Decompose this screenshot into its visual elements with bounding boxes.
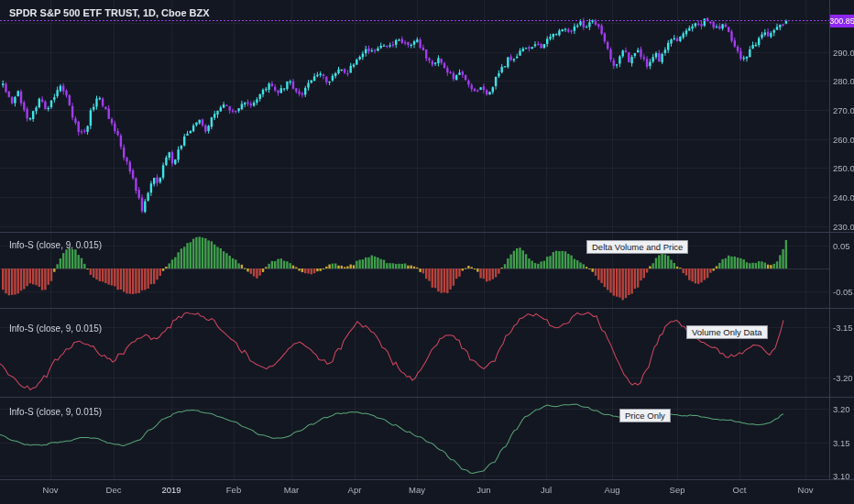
price-axis-tick: 280.00 <box>833 76 854 86</box>
time-axis-tick: Feb <box>226 485 241 495</box>
tag-volume-only-data[interactable]: Volume Only Data <box>686 325 768 339</box>
time-axis-tick: Aug <box>605 485 620 495</box>
time-axis-tick: Nov <box>43 485 59 495</box>
time-axis-tick: Sep <box>670 485 685 495</box>
price-axis-tick: 240.00 <box>833 192 854 203</box>
indicator-axis-tick: -0.05 <box>833 287 853 297</box>
time-axis-tick: 2019 <box>161 485 181 495</box>
time-axis-tick: May <box>409 485 425 495</box>
indicator-label-volume[interactable]: Info-S (close, 9, 0.015) <box>9 323 102 334</box>
time-axis-tick: Jul <box>541 485 552 495</box>
indicator-label-price[interactable]: Info-S (close, 9, 0.015) <box>9 407 102 417</box>
indicator-axis-tick: 0.05 <box>833 241 850 251</box>
chart-canvas[interactable] <box>0 0 854 504</box>
price-axis-tick: 270.00 <box>833 105 854 115</box>
indicator-axis-tick: -3.15 <box>833 323 853 333</box>
time-scale[interactable] <box>0 479 854 504</box>
time-axis-tick: Dec <box>106 485 122 495</box>
indicator-axis-tick: -3.20 <box>833 373 853 383</box>
price-axis-tick: 260.00 <box>833 135 854 145</box>
time-axis-tick: Nov <box>798 485 814 495</box>
chart-window: SPDR S&P 500 ETF TRUST, 1D, Cboe BZX Inf… <box>0 0 854 504</box>
time-axis-tick: Apr <box>348 485 362 495</box>
tag-price-only[interactable]: Price Only <box>619 409 671 422</box>
last-price-badge: 300.85 <box>830 15 854 27</box>
indicator-label-delta[interactable]: Info-S (close, 9, 0.015) <box>9 240 102 250</box>
tag-delta-volume-and-price[interactable]: Delta Volume and Price <box>586 240 688 254</box>
indicator-axis-tick: 3.10 <box>833 471 850 481</box>
time-axis-tick: Oct <box>733 485 747 495</box>
price-axis-tick: 250.00 <box>833 163 854 173</box>
time-axis-tick: Mar <box>284 485 299 495</box>
indicator-axis-tick: 3.20 <box>833 404 850 414</box>
price-axis-tick: 230.00 <box>833 222 854 232</box>
price-axis-tick: 290.00 <box>833 48 854 58</box>
symbol-title[interactable]: SPDR S&P 500 ETF TRUST, 1D, Cboe BZX <box>9 7 210 18</box>
time-axis-tick: Jun <box>476 485 490 495</box>
indicator-axis-tick: 3.15 <box>833 438 850 448</box>
